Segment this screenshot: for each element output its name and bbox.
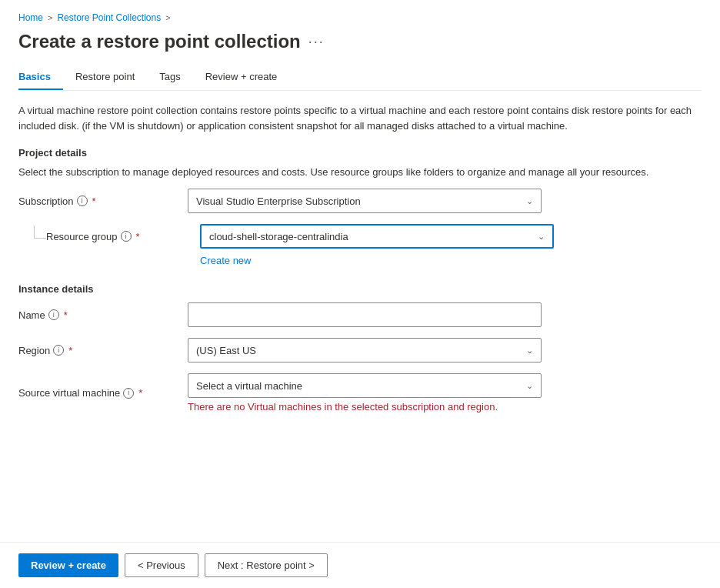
page-description: A virtual machine restore point collecti… xyxy=(18,103,702,133)
name-info-icon[interactable]: i xyxy=(48,309,59,320)
instance-details-section: Instance details Name i * Region i * (US… xyxy=(18,283,702,413)
region-required: * xyxy=(68,345,72,356)
tab-review-create[interactable]: Review + create xyxy=(205,65,290,90)
resource-group-dropdown-arrow: ⌄ xyxy=(538,232,545,242)
more-options-icon[interactable]: ··· xyxy=(308,34,325,50)
page-title: Create a restore point collection xyxy=(18,31,301,52)
region-info-icon[interactable]: i xyxy=(53,345,64,356)
previous-button[interactable]: < Previous xyxy=(125,553,198,577)
source-vm-error: There are no Virtual machines in the sel… xyxy=(188,401,542,413)
resource-group-label: Resource group xyxy=(46,231,118,242)
tab-basics[interactable]: Basics xyxy=(18,65,63,90)
tab-tags[interactable]: Tags xyxy=(159,65,192,90)
tab-bar: Basics Restore point Tags Review + creat… xyxy=(18,65,702,91)
subscription-label: Subscription xyxy=(18,195,74,207)
next-button[interactable]: Next : Restore point > xyxy=(205,553,328,577)
source-vm-dropdown-arrow: ⌄ xyxy=(526,381,533,391)
project-details-desc: Select the subscription to manage deploy… xyxy=(18,166,702,178)
region-label: Region xyxy=(18,345,50,356)
name-input[interactable] xyxy=(188,302,542,327)
subscription-dropdown[interactable]: Visual Studio Enterprise Subscription ⌄ xyxy=(188,189,542,213)
subscription-dropdown-arrow: ⌄ xyxy=(526,196,533,206)
source-vm-info-icon[interactable]: i xyxy=(123,388,134,399)
source-vm-label: Source virtual machine xyxy=(18,387,120,399)
resource-group-row: Resource group i * cloud-shell-storage-c… xyxy=(34,224,702,266)
breadcrumb-home[interactable]: Home xyxy=(18,12,43,23)
breadcrumb-sep1: > xyxy=(48,13,52,22)
breadcrumb-sep2: > xyxy=(165,13,170,22)
breadcrumb: Home > Restore Point Collections > xyxy=(18,12,702,23)
name-label: Name xyxy=(18,309,45,321)
resource-group-dropdown[interactable]: cloud-shell-storage-centralindia ⌄ xyxy=(200,224,554,249)
create-new-resource-group-link[interactable]: Create new xyxy=(200,255,702,266)
breadcrumb-restore-point-collections[interactable]: Restore Point Collections xyxy=(57,12,161,23)
subscription-required: * xyxy=(92,195,96,207)
source-vm-required: * xyxy=(138,387,142,399)
region-dropdown[interactable]: (US) East US ⌄ xyxy=(188,338,542,362)
source-vm-row: Source virtual machine i * Select a virt… xyxy=(18,373,702,413)
project-details-title: Project details xyxy=(18,147,702,159)
region-row: Region i * (US) East US ⌄ xyxy=(18,338,702,362)
region-dropdown-arrow: ⌄ xyxy=(526,346,533,356)
instance-details-title: Instance details xyxy=(18,283,702,295)
tab-restore-point[interactable]: Restore point xyxy=(75,65,147,90)
footer-bar: Review + create < Previous Next : Restor… xyxy=(0,542,720,588)
project-details-section: Project details Select the subscription … xyxy=(18,147,702,266)
review-create-button[interactable]: Review + create xyxy=(18,553,118,577)
subscription-row: Subscription i * Visual Studio Enterpris… xyxy=(18,189,702,213)
resource-group-value: cloud-shell-storage-centralindia xyxy=(209,231,348,242)
region-value: (US) East US xyxy=(196,345,256,356)
source-vm-value: Select a virtual machine xyxy=(196,380,302,392)
subscription-info-icon[interactable]: i xyxy=(77,195,88,206)
name-row: Name i * xyxy=(18,302,702,327)
source-vm-dropdown[interactable]: Select a virtual machine ⌄ xyxy=(188,373,542,398)
name-required: * xyxy=(64,309,68,321)
resource-group-required: * xyxy=(136,231,140,242)
resource-group-info-icon[interactable]: i xyxy=(121,231,132,242)
subscription-value: Visual Studio Enterprise Subscription xyxy=(196,195,361,207)
